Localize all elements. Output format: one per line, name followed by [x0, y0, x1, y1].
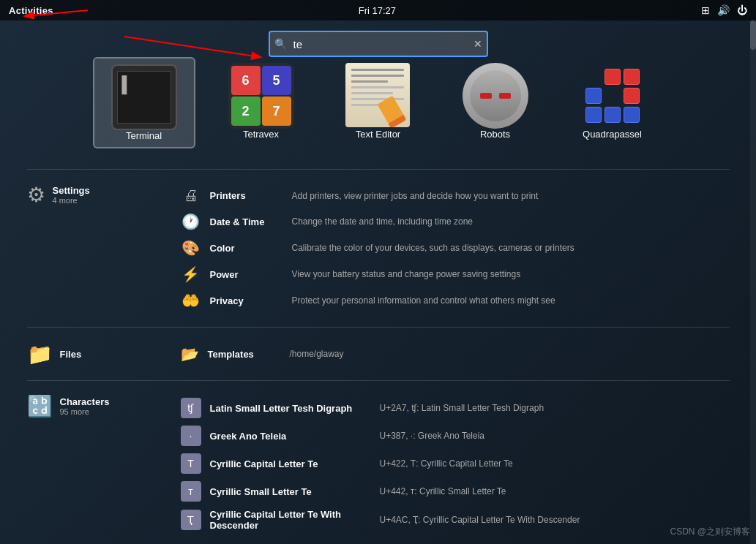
topbar-right: ⊞ 🔊 ⏻: [701, 4, 747, 16]
char-name-1: Greek Ano Teleia: [210, 431, 371, 442]
settings-row-power[interactable]: ⚡ Power View your battery status and cha…: [173, 261, 730, 287]
chars-row-4[interactable]: Ҭ Cyrillic Capital Letter Te With Descen…: [173, 505, 730, 534]
divider-3: [27, 380, 730, 381]
activities-button[interactable]: Activities: [9, 5, 53, 16]
settings-left: ⚙ Settings 4 more: [27, 183, 173, 207]
texteditor-icon: [345, 63, 411, 129]
chars-row-3[interactable]: т Cyrillic Small Letter Te U+442, т: Cyr…: [173, 477, 730, 505]
char-code-4: U+4AC, Ҭ: Cyrillic Capital Letter Te Wit…: [380, 515, 722, 525]
divider-2: [27, 327, 730, 328]
settings-section: ⚙ Settings 4 more 🖨 Printers Add printer…: [27, 175, 730, 321]
templates-folder-icon: 📂: [181, 345, 199, 363]
robots-eyes: [480, 93, 511, 99]
topbar-left: Activities: [9, 4, 53, 17]
privacy-desc: Protect your personal information and co…: [292, 295, 555, 306]
scrollbar-track: [750, 20, 756, 544]
char-icon-2: Т: [181, 453, 201, 474]
settings-icon: ⚙: [27, 183, 45, 207]
characters-icon: 🔡: [27, 394, 53, 418]
color-icon: 🎨: [181, 239, 201, 257]
terminal-icon: ▌: [111, 64, 177, 130]
app-label-quadrapassel: Quadrapassel: [583, 129, 642, 140]
quadrapassel-icon: [580, 63, 645, 129]
files-title: Files: [60, 349, 82, 360]
char-icon-4: Ҭ: [181, 510, 201, 530]
app-item-quadrapassel[interactable]: Quadrapassel: [561, 57, 664, 148]
search-icon: 🔍: [274, 38, 287, 50]
robots-face: [470, 70, 521, 121]
printers-desc: Add printers, view printer jobs and deci…: [292, 191, 539, 201]
search-input[interactable]: [269, 31, 488, 57]
chars-title: Characters: [60, 396, 110, 407]
divider-1: [27, 169, 730, 170]
tetravex-icon: 6 5 2 7: [228, 63, 294, 129]
char-name-3: Cyrillic Small Letter Te: [210, 486, 371, 497]
settings-title: Settings: [53, 185, 90, 196]
datetime-name: Date & Time: [210, 216, 283, 227]
characters-section: 🔡 Characters 95 more ʧ Latin Small Lette…: [27, 387, 730, 542]
tet-cell-3: 2: [231, 97, 261, 126]
tet-cell-1: 6: [231, 66, 261, 95]
search-clear-button[interactable]: ✕: [474, 38, 482, 50]
settings-row-printers[interactable]: 🖨 Printers Add printers, view printer jo…: [173, 183, 730, 208]
chars-row-2[interactable]: Т Cyrillic Capital Letter Te U+422, Т: C…: [173, 450, 730, 477]
app-item-robots[interactable]: Robots: [444, 57, 547, 148]
app-item-terminal[interactable]: ▌ Terminal: [93, 57, 195, 148]
color-desc: Calibrate the color of your devices, suc…: [292, 243, 575, 253]
app-label-terminal: Terminal: [126, 130, 162, 141]
char-name-4: Cyrillic Capital Letter Te With Descende…: [210, 509, 371, 531]
char-name-2: Cyrillic Capital Letter Te: [210, 458, 371, 469]
char-code-0: U+2A7, ʧ: Latin Small Letter Tesh Digrap…: [380, 403, 722, 413]
chars-title-group: Characters 95 more: [60, 396, 110, 416]
privacy-icon: 🤲: [181, 292, 201, 309]
chars-subtitle: 95 more: [60, 407, 110, 416]
char-code-1: U+387, ·: Greek Ano Teleia: [380, 431, 722, 441]
robots-eye-left: [480, 93, 492, 99]
settings-items: 🖨 Printers Add printers, view printer jo…: [173, 183, 730, 314]
char-icon-0: ʧ: [181, 398, 201, 418]
datetime-icon: 🕐: [181, 213, 201, 230]
robots-icon: [463, 63, 528, 129]
files-left: 📁 Files: [27, 342, 173, 366]
files-right: 📂 Templates /home/glaway: [173, 341, 730, 367]
color-name: Color: [210, 243, 283, 254]
printers-icon: 🖨: [181, 187, 201, 204]
settings-row-privacy[interactable]: 🤲 Privacy Protect your personal informat…: [173, 287, 730, 314]
app-label-texteditor: Text Editor: [356, 129, 400, 140]
robots-eye-right: [499, 93, 511, 99]
network-icon[interactable]: ⊞: [701, 4, 710, 16]
files-icon: 📁: [27, 342, 53, 366]
files-section: 📁 Files 📂 Templates /home/glaway: [27, 333, 730, 374]
topbar: Activities Fri 17:27 ⊞ 🔊 ⏻: [0, 0, 756, 20]
tet-cell-4: 7: [262, 97, 291, 126]
clock: Fri 17:27: [359, 5, 396, 16]
char-name-0: Latin Small Letter Tesh Digraph: [210, 403, 371, 414]
templates-name: Templates: [208, 349, 281, 360]
settings-row-color[interactable]: 🎨 Color Calibrate the color of your devi…: [173, 235, 730, 261]
chars-left: 🔡 Characters 95 more: [27, 394, 173, 418]
files-row-templates[interactable]: 📂 Templates /home/glaway: [173, 341, 730, 367]
scrollbar-thumb[interactable]: [750, 20, 756, 50]
app-item-tetravex[interactable]: 6 5 2 7 Tetravex: [210, 57, 312, 148]
chars-row-0[interactable]: ʧ Latin Small Letter Tesh Digraph U+2A7,…: [173, 394, 730, 422]
app-label-tetravex: Tetravex: [243, 129, 279, 140]
tet-cell-2: 5: [262, 66, 291, 95]
power-settings-icon: ⚡: [181, 265, 201, 283]
power-name: Power: [210, 269, 283, 280]
privacy-name: Privacy: [210, 295, 283, 306]
chars-row-1[interactable]: · Greek Ano Teleia U+387, ·: Greek Ano T…: [173, 422, 730, 450]
settings-subtitle: 4 more: [53, 196, 90, 205]
chars-items: ʧ Latin Small Letter Tesh Digraph U+2A7,…: [173, 394, 730, 534]
csdn-watermark: CSDN @之则安博客: [670, 526, 750, 538]
settings-row-datetime[interactable]: 🕐 Date & Time Change the date and time, …: [173, 208, 730, 235]
char-code-2: U+422, Т: Cyrillic Capital Letter Te: [380, 458, 722, 469]
printers-name: Printers: [210, 190, 283, 201]
app-item-texteditor[interactable]: Text Editor: [327, 57, 430, 148]
topbar-center: Fri 17:27: [359, 4, 396, 17]
power-icon[interactable]: ⏻: [737, 4, 747, 16]
char-code-3: U+442, т: Cyrillic Small Letter Te: [380, 486, 722, 496]
char-icon-1: ·: [181, 426, 201, 446]
datetime-desc: Change the date and time, including time…: [292, 216, 474, 227]
char-icon-3: т: [181, 481, 201, 502]
volume-icon[interactable]: 🔊: [717, 4, 730, 16]
